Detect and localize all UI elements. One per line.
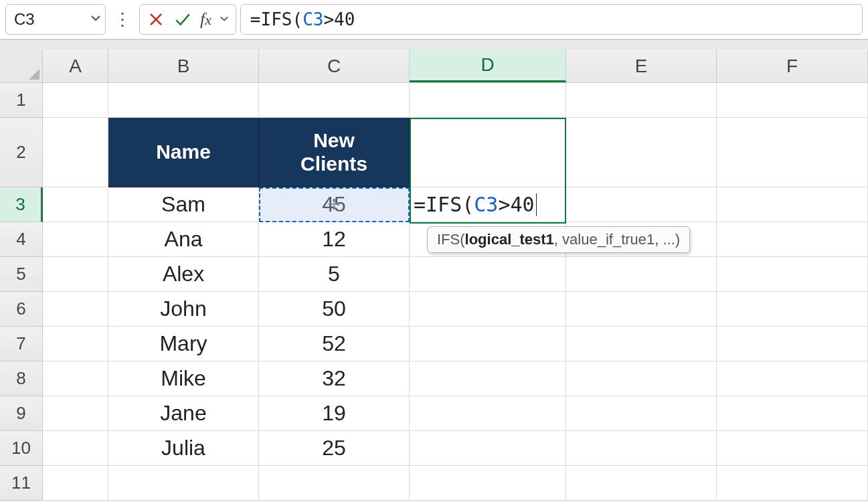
cell-F6[interactable] (717, 292, 868, 327)
cell-A6[interactable] (43, 292, 108, 327)
cell-A10[interactable] (43, 431, 108, 466)
cell-A1[interactable] (43, 83, 108, 118)
rows: 1 2 Name New Clients 3 (0, 83, 868, 501)
cell-A5[interactable] (43, 257, 108, 292)
cell-B3[interactable]: Sam (108, 187, 259, 222)
cell-B7[interactable]: Mary (108, 327, 259, 361)
select-all-corner[interactable] (0, 50, 43, 82)
cell-F2[interactable] (717, 118, 868, 187)
cell-C5[interactable]: 5 (259, 257, 410, 292)
cell-A7[interactable] (43, 327, 108, 361)
cell-B9[interactable]: Jane (108, 396, 259, 431)
row-head-7[interactable]: 7 (0, 327, 43, 361)
cell-B10[interactable]: Julia (108, 431, 259, 466)
cell-F4[interactable] (717, 222, 868, 257)
cell-C1[interactable] (259, 83, 410, 118)
cell-D9[interactable] (410, 396, 566, 431)
fx-icon[interactable]: fx (200, 9, 211, 29)
cell-D3[interactable]: =IFS(C3>40 (410, 187, 566, 222)
cell-C7[interactable]: 52 (259, 327, 410, 361)
cell-F9[interactable] (717, 396, 868, 431)
cell-E8[interactable] (566, 361, 717, 396)
cell-D2[interactable] (410, 118, 566, 187)
cell-A8[interactable] (43, 361, 108, 396)
cell-D11[interactable] (410, 466, 566, 501)
formula-bar: C3 ⋮ fx =IFS(C3>40 (0, 0, 868, 40)
cell-B1[interactable] (108, 83, 259, 118)
cell-E10[interactable] (566, 431, 717, 466)
cell-C3[interactable]: 45 ✢ (259, 187, 410, 222)
cell-C11[interactable] (259, 466, 410, 501)
cell-D1[interactable] (410, 83, 566, 118)
cell-E9[interactable] (566, 396, 717, 431)
row-head-6[interactable]: 6 (0, 292, 43, 327)
chevron-down-icon[interactable] (90, 13, 101, 27)
formula-input[interactable]: =IFS(C3>40 (240, 4, 863, 35)
cell-C4[interactable]: 12 (259, 222, 410, 257)
clients-1: 12 (322, 227, 346, 252)
cell-A4[interactable] (43, 222, 108, 257)
cell-C9[interactable]: 19 (259, 396, 410, 431)
cell-C8[interactable]: 32 (259, 361, 410, 396)
cell-F8[interactable] (717, 361, 868, 396)
cell-A9[interactable] (43, 396, 108, 431)
cell-F1[interactable] (717, 83, 868, 118)
cell-B8[interactable]: Mike (108, 361, 259, 396)
row-head-2[interactable]: 2 (0, 118, 43, 187)
row-9: 9 Jane 19 (0, 396, 868, 431)
row-head-11[interactable]: 11 (0, 466, 43, 501)
row-head-1[interactable]: 1 (0, 83, 43, 118)
cell-A2[interactable] (43, 118, 108, 187)
col-head-E[interactable]: E (566, 50, 717, 82)
cell-D8[interactable] (410, 361, 566, 396)
cell-A3[interactable] (43, 187, 108, 222)
cell-B5[interactable]: Alex (108, 257, 259, 292)
cell-D10[interactable] (410, 431, 566, 466)
col-head-F[interactable]: F (717, 50, 868, 82)
row-head-9[interactable]: 9 (0, 396, 43, 431)
cell-E11[interactable] (566, 466, 717, 501)
cell-E5[interactable] (566, 257, 717, 292)
cell-B6[interactable]: John (108, 292, 259, 327)
cell-B4[interactable]: Ana (108, 222, 259, 257)
cancel-icon[interactable] (147, 10, 165, 29)
name-box[interactable]: C3 (5, 4, 106, 35)
row-3: 3 Sam 45 ✢ =IFS(C3>40 (0, 187, 868, 222)
col-head-C[interactable]: C (259, 50, 410, 82)
accept-icon[interactable] (173, 10, 192, 29)
formula-input-text: =IFS(C3>40 (250, 9, 355, 29)
cell-D7[interactable] (410, 327, 566, 361)
fx-chevron-down-icon[interactable] (220, 13, 229, 27)
col-head-D[interactable]: D (410, 50, 566, 82)
function-tooltip[interactable]: IFS(logical_test1, value_if_true1, ...) (427, 226, 690, 253)
cell-F11[interactable] (717, 466, 868, 501)
col-head-A[interactable]: A (43, 50, 108, 82)
col-head-B[interactable]: B (108, 50, 259, 82)
row-head-10[interactable]: 10 (0, 431, 43, 466)
text-caret (536, 193, 537, 216)
cell-E6[interactable] (566, 292, 717, 327)
cell-A11[interactable] (43, 466, 108, 501)
cell-F3[interactable] (717, 187, 868, 222)
cell-E2[interactable] (566, 118, 717, 187)
row-head-8[interactable]: 8 (0, 361, 43, 396)
clients-4: 52 (322, 331, 346, 356)
row-head-4[interactable]: 4 (0, 222, 43, 257)
cell-B11[interactable] (108, 466, 259, 501)
cell-F10[interactable] (717, 431, 868, 466)
row-head-3[interactable]: 3 (0, 187, 43, 222)
cell-E3[interactable] (566, 187, 717, 222)
cell-C10[interactable]: 25 (259, 431, 410, 466)
cell-D6[interactable] (410, 292, 566, 327)
cell-F7[interactable] (717, 327, 868, 361)
cell-D5[interactable] (410, 257, 566, 292)
cell-B2[interactable]: Name (108, 118, 259, 187)
vertical-dots-icon[interactable]: ⋮ (110, 4, 135, 35)
cell-E1[interactable] (566, 83, 717, 118)
spreadsheet-grid[interactable]: A B C D E F 1 2 Name New Clients (0, 50, 868, 502)
cell-C6[interactable]: 50 (259, 292, 410, 327)
cell-C2[interactable]: New Clients (259, 118, 410, 187)
cell-F5[interactable] (717, 257, 868, 292)
cell-E7[interactable] (566, 327, 717, 361)
row-head-5[interactable]: 5 (0, 257, 43, 292)
